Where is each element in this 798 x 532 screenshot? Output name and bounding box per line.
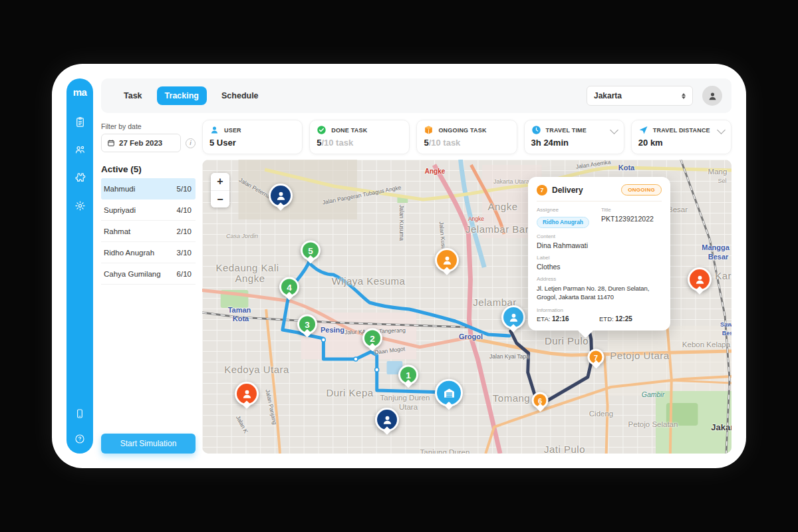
courier-name: Cahya Gumilang <box>104 270 161 278</box>
map-label: Utara <box>399 403 418 411</box>
map-label: Besar <box>708 253 729 261</box>
map-label: Jakarta <box>711 422 732 432</box>
delivery-popup-header: 7 Delivery ONGOING <box>537 184 662 201</box>
information-label: Information <box>537 307 662 313</box>
tab-task[interactable]: Task <box>116 86 150 105</box>
help-icon[interactable] <box>73 432 86 446</box>
map-label: Gambir <box>642 390 664 398</box>
navigation-icon <box>638 125 648 135</box>
tab-bar: Task Tracking Schedule <box>116 86 267 105</box>
stat-label: TRAVEL DISTANCE <box>653 127 710 134</box>
stat-label: TRAVEL TIME <box>546 127 587 134</box>
map-label: Jati Pulo <box>544 444 585 454</box>
app-window: ma Task Tracking Schedule <box>52 64 746 468</box>
gear-icon[interactable] <box>73 199 86 212</box>
stat-value: 5/10 task <box>317 138 402 148</box>
select-arrows-icon <box>682 91 686 101</box>
orders-icon[interactable] <box>73 115 86 128</box>
stat-card-ongoing-task: ONGOING TASK 5/10 task <box>416 120 517 154</box>
title-label: Title <box>601 207 662 213</box>
map-label: Duri Pulo <box>545 335 589 346</box>
stop-number-badge: 7 <box>537 185 547 196</box>
sidebar-nav <box>73 115 86 212</box>
stat-card-travel-time: TRAVEL TIME 3h 24min <box>524 120 624 154</box>
eta-value: 12:16 <box>552 315 569 323</box>
desktop-background: ma Task Tracking Schedule <box>0 0 798 532</box>
date-value: 27 Feb 2023 <box>119 139 162 147</box>
delivery-popup: 7 Delivery ONGOING Assignee Ridho Anugra… <box>528 177 670 331</box>
stop-marker-7[interactable]: 7 <box>588 349 604 366</box>
active-courier-row[interactable]: Ridho Anugrah3/10 <box>101 242 196 263</box>
address-label: Address <box>537 276 662 282</box>
stat-label: USER <box>224 127 241 134</box>
active-courier-row[interactable]: Cahya Gumilang6/10 <box>101 263 196 285</box>
label-value: Clothes <box>537 263 662 271</box>
etd-value: 12:25 <box>615 315 632 323</box>
zoom-in-button[interactable]: + <box>211 173 229 190</box>
courier-pin-mahmudi[interactable] <box>269 184 293 207</box>
date-filter-row: 27 Feb 2023 i <box>101 134 196 152</box>
active-courier-row[interactable]: Rahmat2/10 <box>101 221 196 242</box>
package-id: PKT1239212022 <box>601 215 662 223</box>
map-canvas[interactable]: AngkeJakarta UtaraAngkeAngkeJelambar Bar… <box>202 160 732 454</box>
date-input[interactable]: 27 Feb 2023 <box>101 134 181 152</box>
map-zoom-control: + − <box>211 173 229 207</box>
map-label: Angke <box>425 168 446 175</box>
stop-marker-2[interactable]: 2 <box>362 329 382 348</box>
tab-tracking[interactable]: Tracking <box>157 86 207 105</box>
map-label: Petojo Utara <box>610 350 669 361</box>
eta-label: ETA: <box>537 315 550 323</box>
courier-pin-red-right[interactable] <box>688 267 712 291</box>
stop-marker-4[interactable]: 4 <box>279 277 299 297</box>
stop-marker-5[interactable]: 5 <box>301 241 321 261</box>
content-value: Dina Rahmawati <box>537 241 662 249</box>
courier-pin-ridho[interactable] <box>501 305 525 329</box>
user-avatar[interactable] <box>702 86 722 106</box>
map-label: Kedaung Kali <box>215 262 279 273</box>
courier-pin-orange[interactable] <box>435 248 459 272</box>
active-courier-row[interactable]: Supriyadi4/10 <box>101 200 196 221</box>
stop-marker-6[interactable]: 6 <box>532 392 549 409</box>
map-label: Pesing <box>321 326 344 334</box>
check-circle-icon <box>317 125 327 135</box>
map-label: Cideng <box>589 410 613 418</box>
left-panel: Filter by date 27 Feb 2023 i Active (5) … <box>101 120 196 454</box>
courier-progress: 2/10 <box>177 227 192 235</box>
user-icon <box>209 125 219 135</box>
map-label: Tomang <box>493 392 530 404</box>
stop-marker-1[interactable]: 1 <box>398 365 418 385</box>
popup-title: Delivery <box>552 186 583 195</box>
zoom-out-button[interactable]: − <box>211 190 229 207</box>
tab-schedule[interactable]: Schedule <box>213 86 267 105</box>
region-select[interactable]: Jakarta <box>587 86 693 106</box>
map-label: Mangga <box>702 243 730 251</box>
courier-name: Supriyadi <box>104 206 136 214</box>
map-label: Tanjung Duren <box>420 448 470 454</box>
map-label: Wijaya Kesuma <box>332 275 406 287</box>
start-simulation-button[interactable]: Start Simulation <box>101 434 196 454</box>
assignee-chip[interactable]: Ridho Anugrah <box>537 217 589 228</box>
active-courier-row[interactable]: Mahmudi5/10 <box>101 178 196 200</box>
team-icon[interactable] <box>73 143 86 156</box>
map-label: Grogol <box>459 332 483 340</box>
map-label: Angke <box>468 215 484 222</box>
map-label: Tanjung Duren <box>380 394 430 402</box>
filter-by-date-label: Filter by date <box>101 122 196 130</box>
stat-value: 5/10 task <box>424 138 509 148</box>
courier-pin-red-left[interactable] <box>235 382 259 406</box>
stats-row: USER 5 User DONE TASK 5/10 task ONGOING … <box>202 120 732 154</box>
mobile-icon[interactable] <box>73 407 86 420</box>
map-label: Jalan Kyai Tapa <box>489 353 529 360</box>
stat-card-user: USER 5 User <box>202 120 303 154</box>
depot-marker[interactable] <box>435 379 463 407</box>
map-label: Saw <box>720 321 732 328</box>
courier-pin-navy-2[interactable] <box>375 408 399 432</box>
content-label: Content <box>537 233 662 239</box>
puzzle-icon[interactable] <box>73 171 86 184</box>
map-label: Kota <box>618 164 634 172</box>
stop-marker-3[interactable]: 3 <box>297 315 317 334</box>
main-area: Task Tracking Schedule Jakarta <box>101 78 732 454</box>
right-column: USER 5 User DONE TASK 5/10 task ONGOING … <box>202 120 732 454</box>
info-icon[interactable]: i <box>186 138 196 148</box>
courier-progress: 4/10 <box>177 206 192 214</box>
